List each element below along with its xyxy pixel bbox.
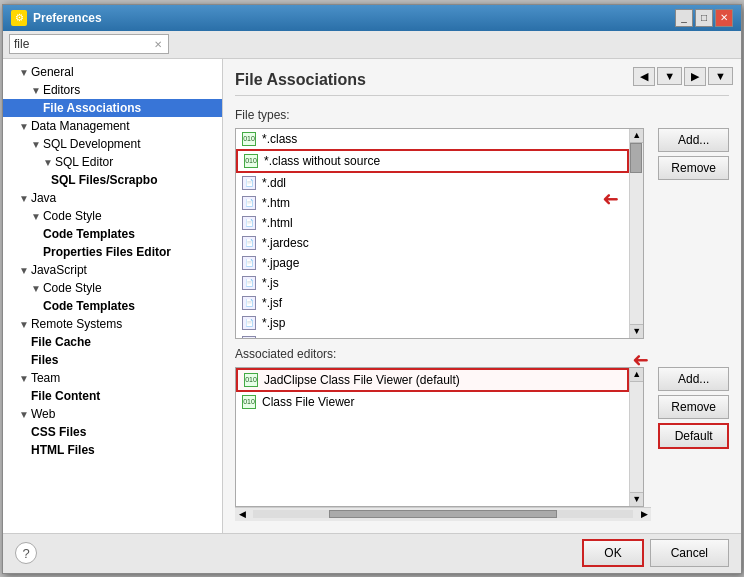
- file-types-row: 010 *.class 010 *.class without source: [235, 128, 729, 339]
- file-type-ddl[interactable]: 📄 *.ddl: [236, 173, 629, 193]
- sidebar-item-html-files[interactable]: HTML Files: [3, 441, 222, 459]
- binary-icon: 010: [244, 373, 258, 387]
- add-editor-button[interactable]: Add...: [658, 367, 729, 391]
- title-controls: _ □ ✕: [675, 9, 733, 27]
- scroll-up-icon[interactable]: ▲: [630, 129, 643, 143]
- sidebar-item-javascript[interactable]: ▼JavaScript: [3, 261, 222, 279]
- sidebar-item-code-templates-java[interactable]: Code Templates: [3, 225, 222, 243]
- file-type-name: *.jspf: [262, 336, 289, 338]
- sidebar-item-properties-files-editor[interactable]: Properties Files Editor: [3, 243, 222, 261]
- binary-icon: 010: [242, 132, 256, 146]
- sidebar-item-sql-files-scrapbook[interactable]: SQL Files/Scrapbo: [3, 171, 222, 189]
- sidebar-item-team[interactable]: ▼Team: [3, 369, 222, 387]
- remove-file-type-button[interactable]: Remove: [658, 156, 729, 180]
- forward-button[interactable]: ▶: [684, 67, 706, 86]
- sidebar-item-java[interactable]: ▼Java: [3, 189, 222, 207]
- close-button[interactable]: ✕: [715, 9, 733, 27]
- scroll-track: [630, 382, 643, 492]
- editor-jadclipse[interactable]: 010 JadClipse Class File Viewer (default…: [236, 368, 629, 392]
- sidebar-item-file-associations[interactable]: File Associations: [3, 99, 222, 117]
- cancel-button[interactable]: Cancel: [650, 539, 729, 567]
- arrow-icon: ▼: [43, 157, 53, 168]
- doc-icon: 📄: [242, 176, 256, 190]
- scroll-up-icon[interactable]: ▲: [630, 368, 643, 382]
- file-type-name: *.class: [262, 132, 297, 146]
- file-type-js[interactable]: 📄 *.js: [236, 273, 629, 293]
- editors-buttons: Add... Remove Default: [658, 367, 729, 507]
- horiz-scrollbar[interactable]: ◀ ▶: [235, 507, 651, 521]
- file-type-jardesc[interactable]: 📄 *.jardesc: [236, 233, 629, 253]
- default-editor-button[interactable]: Default: [658, 423, 729, 449]
- editors-section: Associated editors: ➜ 010 JadClipse Clas…: [235, 347, 729, 521]
- sidebar-item-file-content[interactable]: File Content: [3, 387, 222, 405]
- file-type-jsp[interactable]: 📄 *.jsp: [236, 313, 629, 333]
- sidebar-item-editors[interactable]: ▼Editors: [3, 81, 222, 99]
- back-button[interactable]: ◀: [633, 67, 655, 86]
- bottom-bar: ? OK Cancel: [3, 533, 741, 573]
- sidebar-item-sql-editor[interactable]: ▼SQL Editor: [3, 153, 222, 171]
- arrow-icon: ▼: [31, 283, 41, 294]
- minimize-button[interactable]: _: [675, 9, 693, 27]
- editors-scrollbar[interactable]: ▲ ▼: [629, 368, 643, 506]
- nav-buttons: ◀ ▼ ▶ ▼: [633, 67, 733, 86]
- file-type-jpage[interactable]: 📄 *.jpage: [236, 253, 629, 273]
- sidebar-item-css-files[interactable]: CSS Files: [3, 423, 222, 441]
- dialog-buttons: OK Cancel: [582, 539, 729, 567]
- main-content: ▼General ▼Editors File Associations ▼Dat…: [3, 59, 741, 533]
- scroll-right-icon[interactable]: ▶: [637, 509, 651, 519]
- editors-row: 010 JadClipse Class File Viewer (default…: [235, 367, 729, 507]
- dropdown-button-2[interactable]: ▼: [708, 67, 733, 85]
- search-clear-icon[interactable]: ✕: [154, 39, 162, 50]
- horiz-scroll-thumb[interactable]: [329, 510, 557, 518]
- sidebar-item-data-management[interactable]: ▼Data Management: [3, 117, 222, 135]
- file-type-name: *.class without source: [264, 154, 380, 168]
- arrow-icon: ▼: [19, 193, 29, 204]
- search-input[interactable]: [14, 37, 154, 51]
- scroll-down-icon[interactable]: ▼: [630, 324, 643, 338]
- add-file-type-button[interactable]: Add...: [658, 128, 729, 152]
- file-types-label: File types:: [235, 108, 729, 122]
- dropdown-button[interactable]: ▼: [657, 67, 682, 85]
- editors-inner-list[interactable]: 010 JadClipse Class File Viewer (default…: [236, 368, 629, 506]
- scroll-down-icon[interactable]: ▼: [630, 492, 643, 506]
- file-type-jsf[interactable]: 📄 *.jsf: [236, 293, 629, 313]
- sidebar-item-code-style-java[interactable]: ▼Code Style: [3, 207, 222, 225]
- sidebar-item-code-templates-js[interactable]: Code Templates: [3, 297, 222, 315]
- file-type-class-no-src[interactable]: 010 *.class without source: [236, 149, 629, 173]
- file-types-inner-list[interactable]: 010 *.class 010 *.class without source: [236, 129, 629, 338]
- maximize-button[interactable]: □: [695, 9, 713, 27]
- arrow-icon: ▼: [19, 373, 29, 384]
- ok-button[interactable]: OK: [582, 539, 643, 567]
- file-type-htm[interactable]: 📄 *.htm: [236, 193, 629, 213]
- title-bar: ⚙ Preferences _ □ ✕: [3, 5, 741, 31]
- sidebar-item-sql-development[interactable]: ▼SQL Development: [3, 135, 222, 153]
- arrow-icon: ▼: [19, 319, 29, 330]
- editor-class-viewer[interactable]: 010 Class File Viewer: [236, 392, 629, 412]
- sidebar-item-web[interactable]: ▼Web: [3, 405, 222, 423]
- toolbar: ✕: [3, 31, 741, 59]
- sidebar-item-file-cache[interactable]: File Cache: [3, 333, 222, 351]
- sidebar-item-remote-systems[interactable]: ▼Remote Systems: [3, 315, 222, 333]
- file-type-name: *.js: [262, 276, 279, 290]
- sidebar-item-general[interactable]: ▼General: [3, 63, 222, 81]
- associated-editors-label: Associated editors:: [235, 347, 729, 361]
- binary-icon: 010: [244, 154, 258, 168]
- file-type-name: *.jpage: [262, 256, 299, 270]
- sidebar-item-code-style-js[interactable]: ▼Code Style: [3, 279, 222, 297]
- file-types-scrollbar[interactable]: ▲ ▼: [629, 129, 643, 338]
- doc-icon: 📄: [242, 316, 256, 330]
- file-type-class[interactable]: 010 *.class: [236, 129, 629, 149]
- arrow-icon: ▼: [19, 409, 29, 420]
- search-box: ✕: [9, 34, 169, 54]
- file-type-jspf[interactable]: 📄 *.jspf: [236, 333, 629, 338]
- scroll-left-icon[interactable]: ◀: [235, 509, 249, 519]
- file-type-name: *.html: [262, 216, 293, 230]
- doc-icon: 📄: [242, 196, 256, 210]
- file-type-name: *.ddl: [262, 176, 286, 190]
- file-type-html[interactable]: 📄 *.html: [236, 213, 629, 233]
- sidebar-item-files[interactable]: Files: [3, 351, 222, 369]
- remove-editor-button[interactable]: Remove: [658, 395, 729, 419]
- doc-icon: 📄: [242, 256, 256, 270]
- help-button[interactable]: ?: [15, 542, 37, 564]
- scroll-thumb[interactable]: [630, 143, 642, 173]
